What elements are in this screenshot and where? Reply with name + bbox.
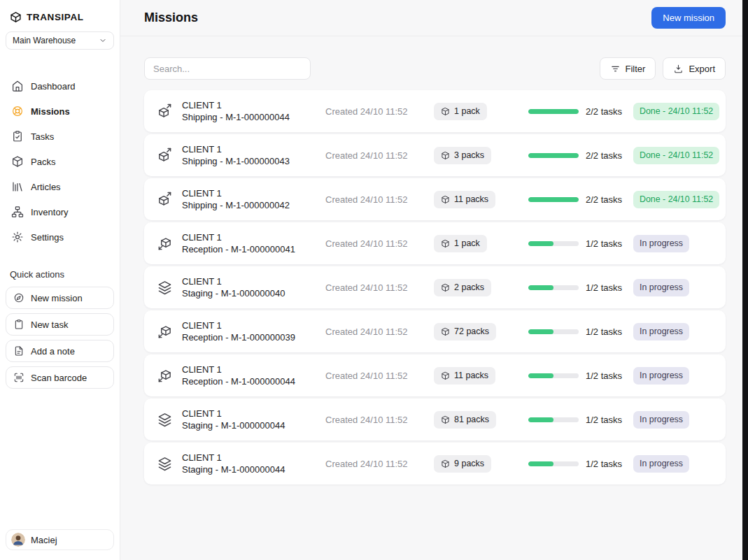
tasks-count: 2/2 tasks (586, 106, 622, 117)
sidebar-item-articles[interactable]: Articles (6, 174, 114, 199)
mission-row[interactable]: CLIENT 1 Shipping - M-1-000000042 Create… (144, 178, 726, 220)
page-title: Missions (144, 10, 198, 25)
progress-bar (528, 417, 579, 422)
barcode-scan-icon (13, 372, 24, 383)
progress-bar-fill (528, 285, 553, 290)
status-badge: Done - 24/10 11:52 (633, 147, 719, 164)
mission-reference: Reception - M-1-000000044 (182, 375, 325, 387)
pack-count-label: 1 pack (454, 238, 480, 248)
pack-count-label: 72 packs (454, 326, 489, 336)
sidebar: TRANSIPAL Main Warehouse Dashboard Missi… (0, 0, 120, 560)
tasks-count: 2/2 tasks (586, 194, 622, 205)
filter-button[interactable]: Filter (600, 57, 656, 80)
missions-icon (11, 105, 24, 117)
filter-icon (610, 64, 621, 74)
mission-client: CLIENT 1 (182, 452, 325, 464)
quick-action-label: Scan barcode (31, 373, 87, 383)
reception-icon (157, 368, 173, 384)
mission-row[interactable]: CLIENT 1 Staging - M-1-000000040 Created… (144, 266, 726, 308)
mission-row[interactable]: CLIENT 1 Staging - M-1-000000044 Created… (144, 399, 726, 440)
mission-reference: Staging - M-1-000000044 (182, 464, 325, 475)
progress-bar (528, 285, 579, 290)
mission-row[interactable]: CLIENT 1 Reception - M-1-000000044 Creat… (144, 354, 726, 396)
pack-count-label: 1 pack (454, 106, 480, 116)
pack-count-badge: 11 packs (434, 191, 495, 208)
mission-row[interactable]: CLIENT 1 Reception - M-1-000000039 Creat… (144, 310, 726, 352)
sidebar-item-label: Tasks (31, 131, 54, 142)
mission-created: Created 24/10 11:52 (325, 194, 434, 205)
pack-count-badge: 11 packs (434, 367, 495, 385)
mission-row[interactable]: CLIENT 1 Shipping - M-1-000000043 Create… (144, 134, 726, 176)
quick-action-label: New task (31, 320, 68, 330)
status-badge: In progress (633, 235, 689, 252)
staging-icon (157, 280, 173, 296)
sidebar-item-label: Packs (31, 157, 55, 167)
pack-count-label: 2 packs (454, 282, 484, 292)
tasks-count: 1/2 tasks (586, 282, 622, 293)
mission-client: CLIENT 1 (182, 320, 325, 331)
sidebar-item-settings[interactable]: Settings (6, 224, 114, 250)
sidebar-item-dashboard[interactable]: Dashboard (6, 73, 114, 99)
sidebar-item-inventory[interactable]: Inventory (6, 199, 114, 224)
quick-action-new-mission[interactable]: New mission (6, 287, 114, 309)
mission-client: CLIENT 1 (182, 99, 325, 111)
main-panel: Missions New mission Filter Export (120, 0, 742, 560)
pack-icon (441, 327, 450, 336)
progress-bar (528, 373, 579, 378)
gear-icon (11, 231, 24, 243)
pack-icon (441, 195, 450, 204)
content-area: Filter Export CLIENT 1 (120, 36, 742, 487)
sidebar-item-label: Settings (31, 232, 64, 243)
mission-row[interactable]: CLIENT 1 Shipping - M-1-000000044 Create… (144, 90, 726, 132)
mission-client: CLIENT 1 (182, 364, 325, 375)
quick-action-add-note[interactable]: Add a note (6, 340, 114, 362)
progress-bar (528, 153, 579, 158)
mission-reference: Shipping - M-1-000000043 (182, 155, 325, 167)
brand-logo-icon (10, 11, 22, 23)
pack-count-label: 3 packs (454, 150, 484, 160)
tasks-count: 1/2 tasks (586, 326, 622, 337)
sidebar-item-tasks[interactable]: Tasks (6, 124, 114, 149)
export-icon (673, 64, 684, 74)
mission-client: CLIENT 1 (182, 231, 325, 243)
progress-bar-fill (528, 417, 553, 422)
pack-count-badge: 9 packs (434, 455, 491, 473)
staging-icon (157, 456, 173, 472)
sidebar-item-packs[interactable]: Packs (6, 149, 114, 174)
mission-created: Created 24/10 11:52 (325, 371, 434, 381)
pack-count-badge: 81 packs (434, 411, 496, 429)
mission-reference: Staging - M-1-000000040 (182, 287, 325, 299)
progress-bar (528, 461, 579, 466)
pack-count-badge: 2 packs (434, 279, 491, 296)
reception-icon (157, 324, 173, 340)
clipboard-icon (11, 130, 24, 143)
warehouse-selector-value: Main Warehouse (13, 36, 76, 45)
page-header: Missions New mission (120, 0, 742, 36)
filter-button-label: Filter (626, 64, 646, 74)
search-input[interactable] (144, 57, 311, 80)
quick-action-new-task[interactable]: New task (6, 313, 114, 336)
clipboard-icon (13, 319, 24, 330)
quick-action-scan-barcode[interactable]: Scan barcode (6, 366, 114, 389)
status-badge: In progress (633, 455, 689, 473)
pack-icon (441, 151, 450, 160)
progress-bar-fill (528, 197, 579, 202)
network-icon (11, 206, 24, 218)
app-window: TRANSIPAL Main Warehouse Dashboard Missi… (0, 0, 742, 560)
new-mission-button[interactable]: New mission (651, 7, 726, 29)
export-button[interactable]: Export (663, 57, 726, 80)
progress-bar-fill (528, 109, 579, 114)
progress-bar-fill (528, 241, 553, 246)
mission-reference: Shipping - M-1-000000044 (182, 111, 325, 123)
sidebar-item-label: Dashboard (31, 81, 76, 92)
user-menu[interactable]: Maciej (6, 529, 114, 550)
sidebar-item-label: Articles (31, 182, 61, 192)
status-badge: In progress (633, 411, 689, 429)
sidebar-item-missions[interactable]: Missions (6, 99, 114, 124)
mission-row[interactable]: CLIENT 1 Reception - M-1-000000041 Creat… (144, 222, 726, 264)
avatar (11, 533, 25, 547)
progress-bar (528, 109, 579, 114)
mission-row[interactable]: CLIENT 1 Staging - M-1-000000044 Created… (144, 443, 726, 484)
warehouse-selector[interactable]: Main Warehouse (6, 31, 114, 50)
tasks-count: 1/2 tasks (586, 238, 622, 249)
